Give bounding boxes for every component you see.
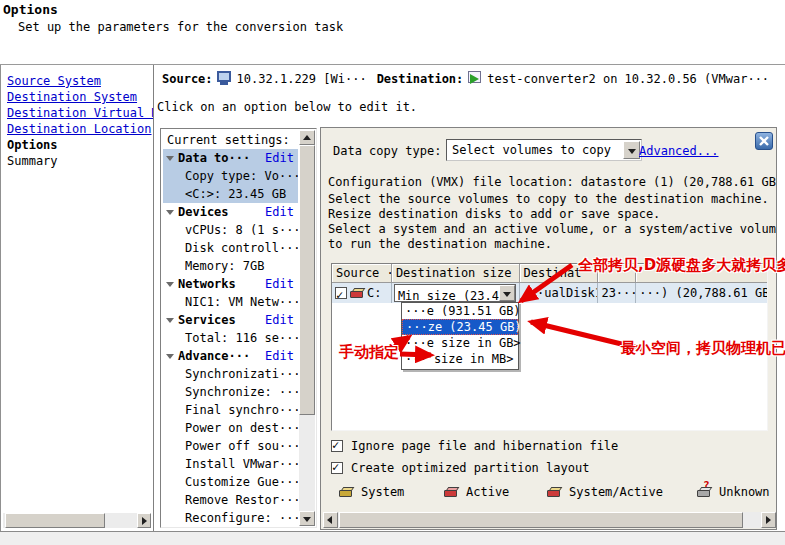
advanced-link[interactable]: Advanced... <box>639 144 718 158</box>
dropdown-option-type-size-gb[interactable]: ···e size in GB> <box>402 335 518 351</box>
description-line: to run the destination machine. <box>328 237 552 251</box>
destination-label: Destination: <box>377 72 464 86</box>
data-copy-type-select[interactable]: Select volumes to copy <box>446 139 642 161</box>
scroll-right-button[interactable] <box>137 513 151 528</box>
destination-size-dropdown-list: ···e (931.51 GB) ···ze (23.45 GB) ···e s… <box>401 302 519 370</box>
destination-vm-icon <box>467 71 483 86</box>
destination-disk-cell: ···ualDisk1 <box>520 283 599 303</box>
ignore-pagefile-label: Ignore page file and hibernation file <box>351 439 618 453</box>
vmx-location-text: Configuration (VMX) file location: datas… <box>328 175 777 189</box>
settings-item[interactable]: Final synchro··· <box>163 401 298 419</box>
dropdown-option-min-size[interactable]: ···ze (23.45 GB) <box>402 319 518 335</box>
data-to-copy-panel: Data copy type: Select volumes to copy A… <box>320 127 777 530</box>
optimized-partition-checkbox[interactable] <box>331 462 343 474</box>
scroll-left-button[interactable] <box>323 512 338 528</box>
scrollbar-thumb[interactable] <box>339 512 743 528</box>
description-line: Resize destination disks to add or save … <box>328 207 660 221</box>
dropdown-button[interactable] <box>623 141 640 159</box>
sidebar-item-destination-system[interactable]: Destination System <box>7 90 137 104</box>
sidebar-item-source-system[interactable]: Source System <box>7 74 101 88</box>
scrollbar-thumb[interactable] <box>5 513 105 528</box>
sidebar-item-destination-virtual-machine[interactable]: Destination Virtual M <box>7 106 154 120</box>
system-disk-icon <box>339 486 356 498</box>
settings-list: Data to···Edit Copy type: Vo··· <C:>: 23… <box>163 149 298 525</box>
ignore-pagefile-checkbox[interactable] <box>331 440 343 452</box>
arrow-left-icon <box>327 516 332 524</box>
source-label: Source: <box>162 72 213 86</box>
settings-vertical-scrollbar[interactable] <box>299 130 315 526</box>
scroll-right-button[interactable] <box>761 512 776 528</box>
annotation-manual: 手动指定 <box>339 343 399 362</box>
settings-item[interactable]: Reconfigure: ··· <box>163 509 298 525</box>
settings-item[interactable]: <C:>: 23.45 GB <box>163 185 298 203</box>
data-copy-type-label: Data copy type: <box>333 144 441 158</box>
wizard-steps-sidebar: Source System Destination System Destina… <box>0 65 154 532</box>
scrollbar-thumb[interactable] <box>299 145 315 415</box>
edit-link[interactable]: Edit <box>265 275 294 293</box>
description-line: Select the source volumes to copy to the… <box>328 192 769 206</box>
collapse-triangle-icon[interactable] <box>166 282 174 287</box>
legend-label-system-active: System/Active <box>569 485 663 499</box>
settings-item[interactable]: NIC1: VM Netw··· <box>163 293 298 311</box>
settings-item[interactable]: Synchronize: ··· <box>163 383 298 401</box>
panel-horizontal-scrollbar[interactable] <box>323 512 776 528</box>
settings-section-services[interactable]: ServicesEdit <box>163 311 298 329</box>
destination-size-value: Min size (23.4 <box>398 286 499 303</box>
collapse-triangle-icon[interactable] <box>166 354 174 359</box>
edit-link[interactable]: Edit <box>265 311 294 329</box>
settings-item[interactable]: Power off sou··· <box>163 437 298 455</box>
settings-item[interactable]: Remove Restor··· <box>163 491 298 509</box>
data-copy-type-value: Select volumes to copy <box>452 143 611 157</box>
current-settings-panel: Current settings: Data to···Edit Copy ty… <box>160 128 317 528</box>
edit-link[interactable]: Edit <box>265 347 294 365</box>
column-header-destination-size[interactable]: Destination size <box>392 264 520 283</box>
sidebar-horizontal-scrollbar[interactable] <box>3 513 151 528</box>
close-icon <box>759 136 769 146</box>
chevron-down-icon <box>628 149 636 154</box>
settings-item[interactable]: vCPUs: 8 (1 s··· <box>163 221 298 239</box>
settings-item[interactable]: Synchronizati··· <box>163 365 298 383</box>
collapse-triangle-icon[interactable] <box>166 156 174 161</box>
dropdown-option-type-size-mb[interactable]: ··· size in MB> <box>402 351 518 367</box>
settings-section-devices[interactable]: DevicesEdit <box>163 203 298 221</box>
source-value: 10.32.1.229 [Wi··· <box>237 72 367 86</box>
converter-options-screen: Options Set up the parameters for the co… <box>0 0 785 545</box>
column-header-source[interactable]: Source ··· <box>332 264 392 283</box>
bottom-strip <box>0 531 785 545</box>
dropdown-option-maintain-size[interactable]: ···e (931.51 GB) <box>402 303 518 319</box>
settings-item[interactable]: Memory: 7GB <box>163 257 298 275</box>
page-subtitle: Set up the parameters for the conversion… <box>18 20 343 34</box>
arrow-up-icon <box>303 135 311 140</box>
description-line: Select a system and an active volume, or… <box>328 222 777 236</box>
settings-section-networks[interactable]: NetworksEdit <box>163 275 298 293</box>
edit-link[interactable]: Edit <box>265 203 294 221</box>
destination-size-select[interactable]: Min size (23.4 <box>394 284 516 302</box>
dropdown-button[interactable] <box>499 285 515 301</box>
settings-item[interactable]: Customize Gue··· <box>163 473 298 491</box>
settings-section-data-to-copy[interactable]: Data to···Edit <box>163 149 298 167</box>
disk-legend: System Active System/Active Unknown <box>321 485 777 503</box>
settings-item[interactable]: Total: 116 se··· <box>163 329 298 347</box>
settings-section-advanced[interactable]: Advance···Edit <box>163 347 298 365</box>
system-active-disk-icon <box>350 287 367 299</box>
scroll-down-button[interactable] <box>299 511 315 526</box>
active-disk-icon <box>444 486 461 498</box>
scroll-up-button[interactable] <box>299 130 315 145</box>
size-cell: 23··· <box>598 283 636 303</box>
settings-item[interactable]: Install VMwar··· <box>163 455 298 473</box>
sidebar-item-destination-location[interactable]: Destination Location <box>7 122 152 136</box>
edit-link[interactable]: Edit <box>265 149 294 167</box>
collapse-triangle-icon[interactable] <box>166 210 174 215</box>
settings-item[interactable]: Disk controll··· <box>163 239 298 257</box>
settings-item[interactable]: Power on dest··· <box>163 419 298 437</box>
close-button[interactable] <box>755 132 773 150</box>
arrow-right-icon <box>766 516 771 524</box>
arrow-down-icon <box>303 517 311 522</box>
annotation-min-space: 最小空间，拷贝物理机已使用的大小 <box>621 339 785 358</box>
volume-row-c[interactable]: C: Min size (23.4 ···ualDisk1 23··· ···)… <box>332 283 767 303</box>
optimized-partition-option: Create optimized partition layout <box>331 461 589 475</box>
source-computer-icon <box>217 71 233 86</box>
volume-checkbox[interactable] <box>335 287 347 299</box>
settings-item[interactable]: Copy type: Vo··· <box>163 167 298 185</box>
collapse-triangle-icon[interactable] <box>166 318 174 323</box>
